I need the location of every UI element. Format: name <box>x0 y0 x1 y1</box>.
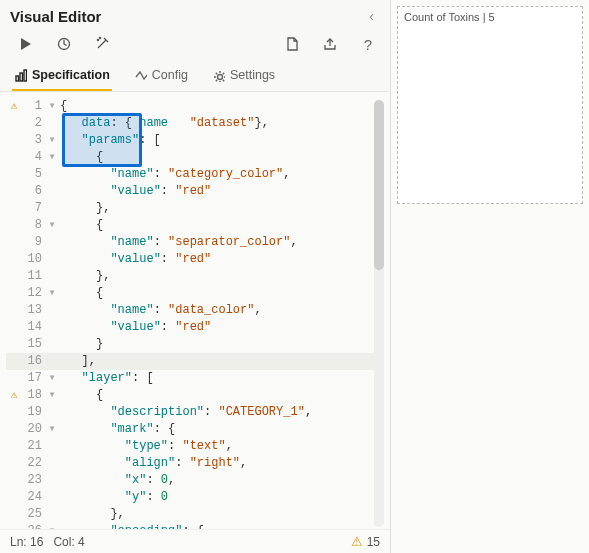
preview-text: Count of Toxins | 5 <box>404 11 495 23</box>
warning-count: 15 <box>367 535 380 549</box>
play-icon <box>18 36 34 52</box>
toolbar: ? <box>0 28 390 62</box>
preview-pane: Count of Toxins | 5 <box>391 0 589 553</box>
bars-icon <box>14 69 27 82</box>
svg-point-6 <box>99 37 100 38</box>
tabs: Specification Config Settings <box>0 62 390 92</box>
new-file-button[interactable] <box>280 32 304 56</box>
file-icon <box>284 36 300 52</box>
tab-label: Specification <box>32 68 110 82</box>
ln-label: Ln: <box>10 535 27 549</box>
run-button[interactable] <box>14 32 38 56</box>
svg-point-5 <box>97 39 98 40</box>
app-root: Visual Editor ‹ ? <box>0 0 589 553</box>
editor-pane: Visual Editor ‹ ? <box>0 0 391 553</box>
svg-point-10 <box>217 74 222 79</box>
scrollbar[interactable] <box>374 100 384 527</box>
collapse-button[interactable]: ‹ <box>363 6 380 26</box>
help-button[interactable]: ? <box>356 32 380 56</box>
svg-rect-8 <box>20 73 23 81</box>
svg-line-2 <box>98 40 106 48</box>
wand-icon <box>94 36 110 52</box>
tab-settings[interactable]: Settings <box>210 62 277 91</box>
svg-marker-0 <box>21 38 31 50</box>
tab-specification[interactable]: Specification <box>12 62 112 91</box>
ln-value: 16 <box>30 535 43 549</box>
title-bar: Visual Editor ‹ <box>0 0 390 28</box>
help-icon: ? <box>364 36 372 53</box>
tab-config[interactable]: Config <box>132 62 190 91</box>
replay-icon <box>56 36 72 52</box>
code-editor[interactable]: 1▾{ 2 data: { name "dataset"}, 3▾ "param… <box>0 92 390 529</box>
svg-line-4 <box>106 40 108 42</box>
col-value: 4 <box>78 535 85 549</box>
tab-label: Settings <box>230 68 275 82</box>
replay-button[interactable] <box>52 32 76 56</box>
config-icon <box>134 69 147 82</box>
preview-box: Count of Toxins | 5 <box>397 6 583 204</box>
export-icon <box>322 36 338 52</box>
wand-button[interactable] <box>90 32 114 56</box>
code-text: { <box>60 99 67 113</box>
warning-icon: ⚠ <box>351 534 363 549</box>
svg-line-3 <box>104 38 106 40</box>
export-button[interactable] <box>318 32 342 56</box>
scrollbar-thumb[interactable] <box>374 100 384 270</box>
status-bar: Ln: 16 Col: 4 ⚠ 15 <box>0 529 390 553</box>
svg-rect-7 <box>16 76 19 81</box>
svg-rect-9 <box>24 70 27 81</box>
col-label: Col: <box>53 535 74 549</box>
tab-label: Config <box>152 68 188 82</box>
gear-icon <box>212 69 225 82</box>
pane-title: Visual Editor <box>10 8 101 25</box>
